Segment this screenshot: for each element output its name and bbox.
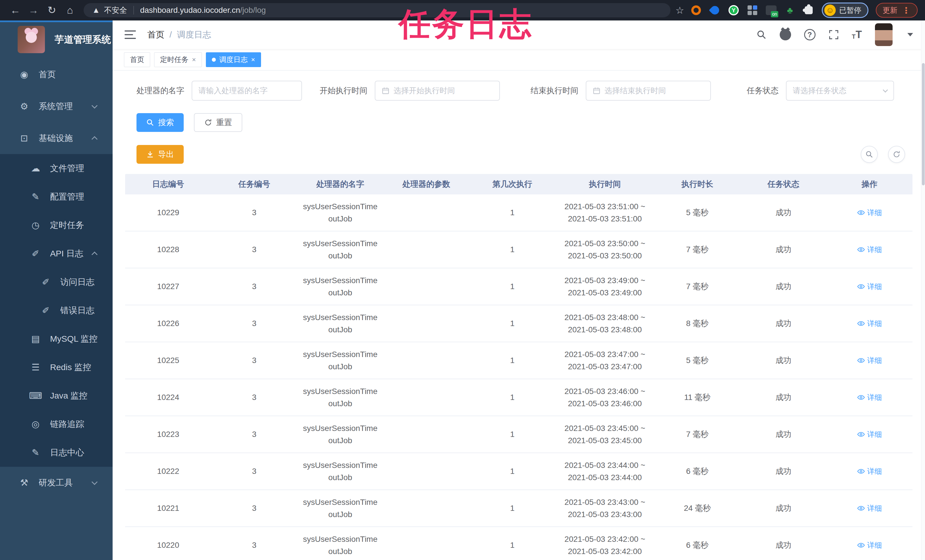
- sidebar-item[interactable]: ⊡ 基础设施: [0, 122, 113, 154]
- calendar-icon: [382, 87, 390, 95]
- extension-icon[interactable]: ♣: [784, 5, 795, 16]
- fullscreen-icon[interactable]: [829, 30, 839, 40]
- cell-job-id: 3: [211, 430, 297, 439]
- cell-actions: 详细: [826, 503, 913, 513]
- sidebar-item[interactable]: ⚙ 系统管理: [0, 90, 113, 122]
- detail-link[interactable]: 详细: [857, 282, 882, 292]
- refresh-table-button[interactable]: [888, 146, 905, 163]
- reload-button[interactable]: ↻: [44, 2, 60, 18]
- reset-button[interactable]: 重置: [194, 113, 242, 132]
- extension-icon[interactable]: [709, 5, 720, 16]
- tab-home[interactable]: 首页: [124, 52, 150, 67]
- cell-status: 成功: [740, 244, 827, 255]
- menu-icon: ⚒: [18, 477, 31, 488]
- cell-log-id: 10229: [125, 208, 211, 217]
- search-icon: [865, 151, 873, 158]
- browser-profile-chip[interactable]: ☺ 已暂停: [822, 3, 868, 18]
- sidebar: 芋道管理系统 ◉ 首页 ⚙ 系统管理 ⊡ 基础设施 ☁ 文件管理 ✎ 配置管理 …: [0, 21, 113, 560]
- sidebar-item[interactable]: ☰ Redis 监控: [0, 353, 113, 381]
- sidebar-item[interactable]: ✐ 错误日志: [0, 296, 113, 325]
- sidebar-item[interactable]: ▤ MySQL 监控: [0, 325, 113, 353]
- sidebar-item[interactable]: ⌨ Java 监控: [0, 381, 113, 410]
- tab-label: 调度日志: [219, 55, 248, 64]
- browser-toolbar: ← → ↻ ⌂ ▲ 不安全 dashboard.yudao.iocoder.cn…: [0, 0, 925, 21]
- help-icon[interactable]: ?: [804, 29, 815, 41]
- user-avatar[interactable]: [875, 23, 893, 46]
- column-header: 执行时间: [555, 179, 654, 190]
- sidebar-item[interactable]: ☁ 文件管理: [0, 154, 113, 182]
- sidebar-item[interactable]: ✎ 日志中心: [0, 438, 113, 467]
- forward-button[interactable]: →: [26, 2, 42, 18]
- profile-status: 已暂停: [839, 5, 861, 15]
- bookmark-star-icon[interactable]: ☆: [676, 5, 684, 16]
- column-header: 执行时长: [654, 179, 740, 190]
- column-header: 日志编号: [125, 179, 211, 190]
- detail-link[interactable]: 详细: [857, 245, 882, 255]
- scrollbar-thumb[interactable]: [922, 63, 925, 185]
- cell-duration: 11 毫秒: [654, 392, 740, 403]
- toggle-search-button[interactable]: [861, 146, 878, 163]
- hamburger-icon[interactable]: [125, 30, 136, 39]
- page-scrollbar[interactable]: [921, 21, 925, 560]
- menu-label: 访问日志: [60, 276, 94, 288]
- github-icon[interactable]: [780, 29, 791, 41]
- close-icon[interactable]: ×: [251, 56, 255, 64]
- sidebar-item[interactable]: ⚒ 研发工具: [0, 467, 113, 498]
- extension-icon[interactable]: [747, 5, 758, 16]
- home-button[interactable]: ⌂: [62, 2, 78, 18]
- cell-execute-index: 1: [470, 208, 556, 217]
- back-button[interactable]: ←: [8, 2, 23, 18]
- cell-job-id: 3: [211, 245, 297, 254]
- detail-link[interactable]: 详细: [857, 429, 882, 440]
- detail-link[interactable]: 详细: [857, 467, 882, 476]
- detail-link[interactable]: 详细: [857, 503, 882, 513]
- app-logo[interactable]: 芋道管理系统: [0, 22, 113, 57]
- cell-handler-name: sysUserSessionTimeoutJob: [297, 496, 383, 521]
- handler-name-input[interactable]: [199, 86, 295, 95]
- header-search-icon[interactable]: [756, 30, 767, 40]
- tab-label: 首页: [130, 55, 144, 64]
- extension-icon[interactable]: [690, 5, 702, 16]
- url-bar[interactable]: ▲ 不安全 dashboard.yudao.iocoder.cn /job/lo…: [84, 3, 670, 17]
- sidebar-item[interactable]: ◷ 定时任务: [0, 211, 113, 239]
- detail-link[interactable]: 详细: [857, 355, 882, 366]
- browser-menu-icon[interactable]: ⋮: [902, 5, 911, 15]
- detail-link[interactable]: 详细: [857, 319, 882, 329]
- tab-job-log[interactable]: 调度日志 ×: [206, 52, 261, 67]
- cell-duration: 7 毫秒: [654, 244, 740, 255]
- cell-status: 成功: [740, 281, 827, 292]
- cell-log-id: 10227: [125, 282, 211, 291]
- browser-update-button[interactable]: 更新 ⋮: [876, 3, 917, 18]
- font-size-icon[interactable]: TT: [852, 30, 862, 40]
- cell-job-id: 3: [211, 208, 297, 217]
- sidebar-item[interactable]: ◉ 首页: [0, 59, 113, 90]
- end-time-picker[interactable]: 选择结束执行时间: [586, 81, 711, 101]
- table-row: 10222 3 sysUserSessionTimeoutJob 1 2021-…: [125, 453, 913, 490]
- menu-icon: ⌨: [29, 390, 42, 401]
- search-button[interactable]: 搜索: [137, 113, 184, 132]
- close-icon[interactable]: ×: [192, 56, 196, 64]
- tab-scheduled-jobs[interactable]: 定时任务 ×: [154, 52, 202, 67]
- job-status-select[interactable]: 请选择任务状态: [786, 81, 894, 101]
- detail-link[interactable]: 详细: [857, 393, 882, 402]
- cell-job-id: 3: [211, 282, 297, 291]
- cell-execute-time: 2021-05-03 23:46:00 ~ 2021-05-03 23:46:0…: [555, 385, 654, 410]
- avatar-caret-icon[interactable]: [907, 33, 913, 36]
- extensions-puzzle-icon[interactable]: [803, 5, 814, 16]
- sidebar-item[interactable]: ✐ 访问日志: [0, 268, 113, 296]
- sidebar-item[interactable]: ✐ API 日志: [0, 239, 113, 268]
- breadcrumb-home[interactable]: 首页: [147, 29, 164, 41]
- extension-icon[interactable]: Y: [728, 5, 739, 16]
- detail-link[interactable]: 详细: [857, 208, 882, 218]
- start-time-picker[interactable]: 选择开始执行时间: [375, 81, 500, 101]
- extension-icon[interactable]: on: [765, 5, 777, 16]
- sidebar-item[interactable]: ◎ 链路追踪: [0, 410, 113, 438]
- sidebar-item[interactable]: ✎ 配置管理: [0, 182, 113, 211]
- export-button[interactable]: 导出: [137, 145, 184, 164]
- cell-log-id: 10228: [125, 245, 211, 254]
- breadcrumb-current: 调度日志: [177, 29, 211, 41]
- filter-label: 开始执行时间: [319, 85, 368, 96]
- cell-status: 成功: [740, 207, 827, 218]
- cell-handler-name: sysUserSessionTimeoutJob: [297, 274, 383, 299]
- detail-link[interactable]: 详细: [857, 540, 882, 550]
